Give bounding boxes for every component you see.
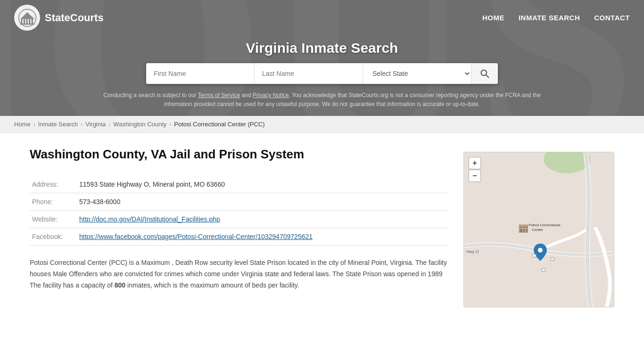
svg-rect-13 bbox=[520, 226, 522, 228]
logo-area: StateCourts bbox=[14, 5, 104, 31]
website-value: http://doc.mo.gov/DAI/Institutional_Faci… bbox=[77, 211, 449, 228]
content-right: + − bbox=[463, 147, 614, 307]
svg-text:Center: Center bbox=[532, 228, 543, 232]
hero-title: Virginia Inmate Search bbox=[0, 40, 644, 56]
terms-link[interactable]: Terms of Service bbox=[198, 92, 240, 99]
address-value: 11593 State Highway O, Mineral point, MO… bbox=[77, 176, 449, 193]
header-top: StateCourts HOME INMATE SEARCH CONTACT bbox=[0, 0, 644, 35]
svg-rect-4 bbox=[29, 19, 30, 24]
search-bar: Select State Virginia Missouri Californi… bbox=[0, 63, 644, 91]
nav-inmate-search[interactable]: INMATE SEARCH bbox=[519, 14, 580, 22]
address-label: Address: bbox=[30, 176, 77, 193]
website-label: Website: bbox=[30, 211, 77, 228]
svg-rect-7 bbox=[20, 24, 34, 25]
breadcrumb-sep-3: › bbox=[108, 121, 110, 128]
breadcrumb-sep-4: › bbox=[169, 121, 171, 128]
website-link[interactable]: http://doc.mo.gov/DAI/Institutional_Faci… bbox=[79, 215, 220, 223]
facebook-label: Facebook: bbox=[30, 228, 77, 246]
phone-value: 573-438-6000 bbox=[77, 193, 449, 211]
last-name-input[interactable] bbox=[255, 63, 363, 84]
map-zoom-in[interactable]: + bbox=[469, 157, 481, 169]
main-content: Washington County, VA Jail and Prison Sy… bbox=[16, 133, 628, 321]
nav-home[interactable]: HOME bbox=[482, 14, 504, 22]
info-table: Address: 11593 State Highway O, Mineral … bbox=[30, 176, 449, 246]
phone-label: Phone: bbox=[30, 193, 77, 211]
phone-row: Phone: 573-438-6000 bbox=[30, 193, 449, 211]
facility-desc-end: inmates, which is the maximum amount of … bbox=[125, 281, 299, 289]
breadcrumb-current: Potosi Correctional Center (PCC) bbox=[174, 121, 264, 128]
facility-description: Potosi Correctional Center (PCC) is a Ma… bbox=[30, 257, 449, 291]
address-row: Address: 11593 State Highway O, Mineral … bbox=[30, 176, 449, 193]
breadcrumb-home[interactable]: Home bbox=[14, 121, 31, 128]
logo-text: StateCourts bbox=[45, 12, 104, 24]
svg-rect-3 bbox=[26, 19, 27, 24]
nav-contact[interactable]: CONTACT bbox=[594, 14, 630, 22]
svg-rect-23 bbox=[532, 255, 536, 257]
svg-rect-24 bbox=[551, 258, 554, 261]
svg-rect-14 bbox=[523, 226, 525, 228]
main-nav: HOME INMATE SEARCH CONTACT bbox=[482, 14, 630, 22]
breadcrumb-inmate-search[interactable]: Inmate Search bbox=[38, 121, 78, 128]
disclaimer: Conducting a search is subject to our Te… bbox=[0, 91, 644, 116]
svg-text:Hwy O: Hwy O bbox=[466, 249, 479, 254]
state-select[interactable]: Select State Virginia Missouri Californi… bbox=[363, 63, 471, 84]
logo-icon bbox=[14, 5, 40, 31]
courthouse-icon bbox=[18, 8, 37, 27]
svg-rect-2 bbox=[24, 19, 25, 24]
svg-line-9 bbox=[486, 75, 488, 77]
map-container[interactable]: + − bbox=[463, 152, 614, 307]
hero-title-area: Virginia Inmate Search bbox=[0, 35, 644, 63]
breadcrumb: Home › Inmate Search › Virginia › Washin… bbox=[0, 116, 644, 133]
breadcrumb-sep-2: › bbox=[81, 121, 83, 128]
search-bar-inner: Select State Virginia Missouri Californi… bbox=[146, 63, 498, 84]
facebook-row: Facebook: https://www.facebook.com/pages… bbox=[30, 228, 449, 246]
map-svg: Potosi Correctional Center Hwy O bbox=[464, 152, 614, 307]
svg-marker-6 bbox=[20, 12, 34, 19]
svg-point-22 bbox=[538, 248, 543, 253]
facility-title: Washington County, VA Jail and Prison Sy… bbox=[30, 147, 449, 162]
svg-rect-17 bbox=[523, 229, 525, 232]
svg-rect-25 bbox=[542, 269, 545, 272]
privacy-link[interactable]: Privacy Notice bbox=[253, 92, 289, 99]
breadcrumb-washington-county[interactable]: Washington County bbox=[113, 121, 166, 128]
breadcrumb-virginia[interactable]: Virginia bbox=[85, 121, 106, 128]
facility-capacity: 800 bbox=[115, 281, 125, 289]
search-button[interactable] bbox=[471, 63, 498, 84]
map-controls: + − bbox=[469, 157, 481, 182]
facebook-value: https://www.facebook.com/pages/Potosi-Co… bbox=[77, 228, 449, 246]
map-zoom-out[interactable]: − bbox=[469, 170, 481, 182]
website-row: Website: http://doc.mo.gov/DAI/Instituti… bbox=[30, 211, 449, 228]
svg-rect-5 bbox=[31, 19, 33, 24]
svg-rect-18 bbox=[526, 229, 528, 232]
svg-rect-1 bbox=[21, 19, 22, 24]
header: StateCourts HOME INMATE SEARCH CONTACT V… bbox=[0, 0, 644, 116]
search-icon bbox=[480, 69, 489, 78]
svg-rect-16 bbox=[520, 229, 522, 232]
svg-text:Potosi Correctional: Potosi Correctional bbox=[528, 223, 560, 227]
facebook-link[interactable]: https://www.facebook.com/pages/Potosi-Co… bbox=[79, 233, 313, 240]
svg-rect-15 bbox=[526, 226, 528, 228]
breadcrumb-sep-1: › bbox=[33, 121, 35, 128]
first-name-input[interactable] bbox=[146, 63, 255, 84]
content-left: Washington County, VA Jail and Prison Sy… bbox=[30, 147, 449, 307]
